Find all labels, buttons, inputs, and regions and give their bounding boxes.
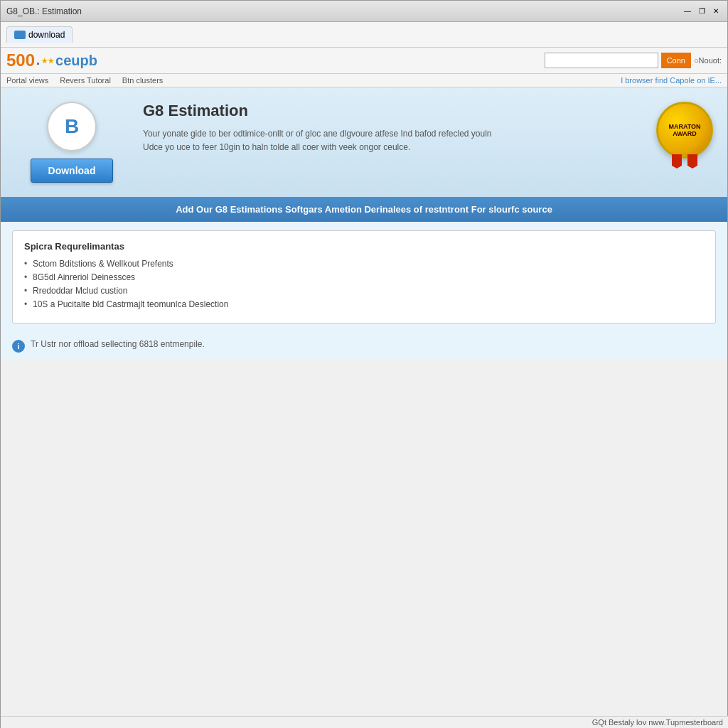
req-item-0: Sctom Bditstions & Wellkout Prefents [24, 259, 704, 269]
title-bar: G8_OB.: Estimation — ❐ ✕ [1, 1, 727, 22]
title-bar-left: G8_OB.: Estimation [6, 6, 82, 16]
minimize-button[interactable]: — [682, 6, 693, 17]
mail-icon [14, 31, 26, 39]
hero-description: Your yonate gide to ber odtimice-onllt o… [143, 127, 713, 154]
req-list: Sctom Bditstions & Wellkout Prefents 8G5… [24, 259, 704, 309]
hero-desc-line1: Your yonate gide to ber odtimice-onllt o… [143, 129, 492, 139]
info-notice: i Tr Ustr nor offload sellecting 6818 en… [1, 332, 727, 360]
req-title: Spicra Requrelimantas [24, 241, 704, 252]
requirements-section: Spicra Requrelimantas Sctom Bditstions &… [12, 230, 716, 323]
main-content: B Download G8 Estimation Your yonate gid… [1, 87, 727, 360]
maximize-button[interactable]: ❐ [696, 6, 707, 17]
app-window: G8_OB.: Estimation — ❐ ✕ download 500 . … [0, 0, 728, 728]
banner-text: Add Our G8 Estimations Softgars Ametion … [176, 204, 552, 215]
hero-left: B Download [15, 102, 129, 183]
hero-section: B Download G8 Estimation Your yonate gid… [1, 87, 727, 197]
tab-label: download [28, 30, 65, 40]
hero-center: G8 Estimation Your yonate gide to ber od… [143, 102, 713, 154]
status-text: GQt Bestaly lov nww.Tupmesterboard [592, 718, 723, 727]
logo-dot: . [36, 53, 40, 68]
browser-toolbar: download [1, 22, 727, 48]
hero-desc-line2: Udce yo uce to feer 10gin to haln tolde … [143, 142, 410, 152]
download-button[interactable]: Download [31, 159, 114, 183]
info-icon: i [12, 340, 25, 353]
badge-text-line2: AWARD [673, 130, 697, 137]
nav-links-bar: Portal views Revers Tutoral Btn clusters… [1, 74, 727, 87]
req-item-1: 8G5dl Ainreriol Deinessces [24, 272, 704, 282]
logo-500: 500 [6, 50, 35, 70]
nav-link-portal[interactable]: Portal views [6, 76, 48, 85]
nav-notice[interactable]: I browser find Capole on IE... [621, 76, 722, 85]
close-button[interactable]: ✕ [710, 6, 722, 17]
nav-link-revers[interactable]: Revers Tutoral [60, 76, 111, 85]
ribbon-right [687, 154, 697, 168]
search-button[interactable]: Conn [661, 53, 691, 68]
req-item-3: 10S a Pucitalte bld Castrmajlt teomunlca… [24, 299, 704, 309]
info-text: Tr Ustr nor offload sellecting 6818 entm… [31, 339, 205, 349]
nav-link-btn[interactable]: Btn clusters [122, 76, 163, 85]
nav-search: Conn ○Nouot: [545, 53, 722, 68]
logo-ceupb: ceupb [55, 53, 97, 69]
search-extra[interactable]: ○Nouot: [694, 56, 722, 65]
search-input[interactable] [545, 53, 658, 68]
req-item-2: Rredoddar Mclud custion [24, 286, 704, 296]
hero-title: G8 Estimation [143, 102, 713, 120]
logo-stars: ★★ [41, 57, 54, 65]
title-bar-controls: — ❐ ✕ [682, 6, 722, 17]
icon-letter: B [65, 115, 79, 138]
ribbon-left [672, 154, 682, 168]
site-logo[interactable]: 500 . ★★ ceupb [6, 50, 97, 70]
blue-banner: Add Our G8 Estimations Softgars Ametion … [1, 197, 727, 222]
app-title: G8_OB.: Estimation [6, 6, 82, 16]
status-bar: GQt Bestaly lov nww.Tupmesterboard [1, 716, 728, 728]
nav-bar: 500 . ★★ ceupb Conn ○Nouot: [1, 48, 727, 74]
badge-text-line1: MARATON [668, 123, 700, 130]
hero-badge: MARATON AWARD [656, 102, 713, 168]
browser-tab[interactable]: download [6, 26, 73, 43]
app-icon-circle: B [47, 102, 97, 151]
award-badge: MARATON AWARD [656, 102, 713, 159]
